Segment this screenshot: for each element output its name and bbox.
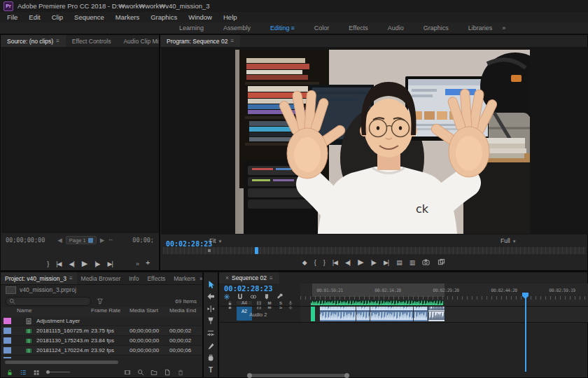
close-tab-icon[interactable]: × [225, 274, 229, 281]
tab-program-sequence[interactable]: Program: Sequence 02 ≡ [160, 35, 240, 47]
project-breadcrumb[interactable]: v40_mission_3.prproj [1, 284, 202, 295]
project-row[interactable]: Adjustment Layer [1, 316, 202, 326]
program-zoom-select[interactable]: Fit▼ [209, 237, 222, 244]
timeline-ruler[interactable]: 00:01:59:2100:02:14:2000:02:29:2000:02:4… [300, 284, 588, 300]
page-select[interactable]: Page 1 [66, 236, 97, 244]
step-back-button[interactable]: ◀| [69, 260, 74, 267]
hand-tool[interactable] [206, 353, 216, 362]
step-back-button[interactable]: ◀| [345, 259, 350, 266]
workspace-overflow[interactable]: » [502, 24, 505, 31]
button-editor-button[interactable]: + [146, 258, 150, 267]
column-header-media-end[interactable]: Media End [169, 307, 202, 314]
selection-tool[interactable] [206, 279, 216, 288]
panel-menu-icon[interactable]: ≡ [69, 275, 73, 281]
tab-markers[interactable]: Markers [169, 272, 200, 284]
mute-button[interactable]: M [266, 300, 273, 306]
play-button[interactable]: ▶ [82, 259, 87, 268]
column-header-media-start[interactable]: Media Start [130, 307, 167, 314]
program-scrubber[interactable] [163, 247, 586, 254]
workspace-tab-color[interactable]: Color [304, 24, 340, 31]
zoom-slider-knob[interactable] [46, 370, 50, 374]
automate-to-sequence-button[interactable] [124, 369, 131, 376]
menu-clip[interactable]: Clip [46, 13, 69, 21]
column-header-name[interactable]: Name [17, 307, 69, 314]
tab-effects[interactable]: Effects [143, 272, 169, 284]
menu-window[interactable]: Window [183, 13, 218, 21]
list-view-button[interactable] [20, 369, 27, 376]
search-input[interactable] [6, 297, 91, 306]
track-header-a4[interactable]: A4MS [220, 300, 301, 307]
pen-tool[interactable] [206, 341, 216, 350]
mark-out-button[interactable]: } [323, 259, 325, 266]
workspace-tab-libraries[interactable]: Libraries [458, 24, 503, 31]
track-lane-a4[interactable] [300, 300, 588, 307]
track-select-forward-tool[interactable] [206, 292, 216, 301]
timeline-zoom-scrollbar[interactable] [249, 374, 347, 377]
project-row[interactable]: 20181130_175243.mp423.84 fps00;00;00;000… [1, 336, 202, 346]
nest-toggle[interactable] [223, 293, 230, 300]
comparison-view-button[interactable] [438, 258, 445, 266]
icon-view-button[interactable] [33, 369, 40, 376]
lock-button[interactable] [6, 369, 13, 376]
panel-menu-icon[interactable]: ≡ [270, 275, 273, 281]
go-to-out-button[interactable]: ▶| [384, 259, 388, 266]
zoom-handle-right[interactable] [344, 373, 349, 378]
menu-help[interactable]: Help [218, 13, 243, 21]
timeline-settings-toggle[interactable] [276, 293, 284, 300]
column-header-frame-rate[interactable]: Frame Rate [91, 307, 126, 314]
label-color-chip[interactable] [4, 357, 11, 358]
mark-out-button[interactable]: } [47, 260, 48, 267]
linked-selection-toggle[interactable] [250, 293, 257, 300]
workspace-tab-effects[interactable]: Effects [339, 24, 377, 31]
play-button[interactable]: ▶ [358, 258, 363, 267]
track-target-a4[interactable]: A4 [237, 301, 252, 304]
source-transport-overflow[interactable]: » [136, 260, 139, 267]
sync-lock-icon[interactable] [256, 300, 262, 306]
filter-icon[interactable] [97, 298, 104, 304]
menu-file[interactable]: File [1, 13, 23, 21]
panel-menu-icon[interactable]: ≡ [56, 38, 59, 44]
tab-audio-clip-mixer-sequ[interactable]: Audio Clip Mixer: Sequ [117, 35, 159, 47]
add-marker-toggle[interactable] [263, 293, 270, 300]
ripple-edit-tool[interactable] [206, 304, 216, 313]
step-forward-button[interactable]: |▶ [94, 260, 99, 267]
page-next-button[interactable]: ▶ [100, 237, 105, 244]
tab-project-v40-mission-3[interactable]: Project: v40_mission_3≡ [1, 272, 77, 284]
new-item-button[interactable] [164, 369, 171, 376]
label-color-chip[interactable] [4, 328, 11, 334]
workspace-tab-assembly[interactable]: Assembly [214, 24, 260, 31]
go-to-out-button[interactable]: ▶| [108, 260, 113, 267]
slip-tool[interactable] [206, 328, 216, 337]
label-color-chip[interactable] [4, 347, 11, 354]
type-tool[interactable]: T [206, 365, 216, 374]
lift-button[interactable]: ▤ [396, 259, 402, 266]
project-tab-overflow[interactable]: » [200, 275, 202, 282]
menu-graphics[interactable]: Graphics [145, 13, 183, 21]
project-row[interactable]: 20181124_170224.mp423.92 fps00;00;00;000… [1, 346, 202, 356]
label-color-chip[interactable] [4, 318, 11, 324]
workspace-tab-learning[interactable]: Learning [169, 24, 214, 31]
panel-menu-icon[interactable]: ≡ [230, 38, 234, 44]
playback-resolution-select[interactable]: Full▼ [500, 237, 517, 244]
extract-button[interactable]: ▥ [410, 259, 415, 266]
step-forward-button[interactable]: |▶ [371, 259, 376, 266]
workspace-tab-graphics[interactable]: Graphics [414, 24, 458, 31]
track-lock-icon[interactable] [227, 301, 232, 306]
export-frame-button[interactable] [422, 258, 430, 266]
snap-toggle[interactable] [237, 293, 244, 300]
page-prev-button[interactable]: ◀ [57, 237, 62, 244]
label-color-chip[interactable] [4, 337, 11, 344]
tab-sequence-02[interactable]: × Sequence 02 ≡ [219, 272, 279, 284]
new-bin-button[interactable] [150, 369, 158, 376]
program-playhead[interactable] [255, 247, 258, 254]
project-horizontal-scrollbar[interactable] [5, 360, 118, 364]
voice-over-record-icon[interactable] [288, 300, 293, 306]
delete-button[interactable] [177, 369, 184, 376]
zoom-handle-left[interactable] [247, 373, 252, 378]
tab-info[interactable]: Info [125, 272, 143, 284]
workspace-menu-icon[interactable]: ≡ [291, 24, 295, 31]
tab-effect-controls[interactable]: Effect Controls [66, 35, 118, 47]
razor-tool[interactable] [206, 316, 216, 326]
audio-clip-a4[interactable] [311, 300, 443, 305]
project-row[interactable]: 20181123_133040.mp423.93 fps00;00;00;000… [1, 356, 202, 358]
